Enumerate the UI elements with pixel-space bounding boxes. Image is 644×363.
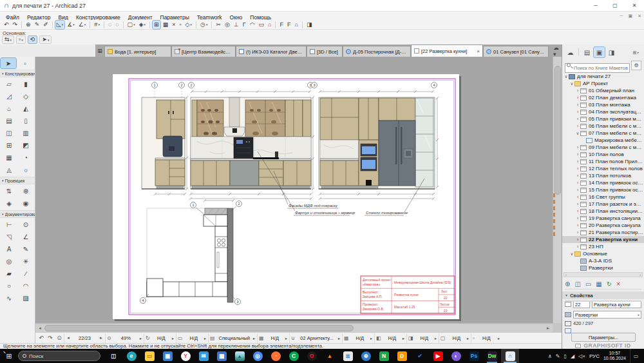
tree-item-9[interactable]: ∨07 План мебели с маркировкой. xyxy=(562,130,644,137)
tab-4[interactable]: [3D / Все] xyxy=(307,46,343,57)
tree-scroll-left-icon[interactable]: ‹ xyxy=(565,273,567,277)
expander-icon[interactable]: › xyxy=(575,159,580,164)
layer-combination-control[interactable]: ▦Н/Д▸ xyxy=(257,333,289,343)
tree-item-13[interactable]: ›11 План полов Приложение 1. xyxy=(562,158,644,165)
minimize-button[interactable]: ─ xyxy=(586,0,605,11)
tab-2[interactable]: [Центр Взаимодействия] xyxy=(171,46,236,57)
project-map-button[interactable]: ▤ xyxy=(582,47,592,57)
arc-tool[interactable]: ◠ xyxy=(17,280,34,292)
inject-parameters-button[interactable]: ✎ xyxy=(33,21,41,29)
maximize-button[interactable]: ▢ xyxy=(605,0,625,11)
tab-7[interactable]: 01 Санузел [01 Санузел] xyxy=(483,46,549,57)
expander-icon[interactable]: › xyxy=(575,195,580,199)
chevron-right-icon[interactable]: ▸ xyxy=(252,336,256,340)
expander-icon[interactable]: › xyxy=(575,173,580,178)
curtain-wall-tool[interactable]: ▥ xyxy=(17,127,34,139)
circle-tool[interactable]: ○ xyxy=(1,280,17,292)
publish-button[interactable]: ◨ xyxy=(305,21,314,29)
layout-pager-control[interactable]: ◄22/23► xyxy=(64,333,105,343)
vertical-scroll-thumb[interactable] xyxy=(554,66,561,195)
expander-icon[interactable]: › xyxy=(575,223,580,228)
taskbar-app-evernote[interactable]: N xyxy=(375,349,393,363)
expander-icon[interactable]: › xyxy=(575,181,580,185)
arrow-mode-button[interactable]: ➤▾ xyxy=(39,35,52,44)
chevron-right-icon[interactable]: ▸ xyxy=(370,336,373,340)
graphic-override-control[interactable]: ◧Н/Д▸ xyxy=(374,333,406,343)
vertical-scrollbar[interactable] xyxy=(553,57,562,323)
horizontal-scrollbar[interactable]: ◄ ► xyxy=(35,323,553,332)
virtual-trace-button[interactable]: ◌ xyxy=(114,21,120,29)
taskbar-app-documents[interactable]: ≣ xyxy=(339,349,357,363)
expander-icon[interactable]: › xyxy=(575,110,580,114)
zone-tool[interactable]: ◬ xyxy=(1,164,17,176)
taskbar-app-yandex-browser[interactable]: Y xyxy=(176,349,194,363)
start-button[interactable]: ⊞ xyxy=(0,349,18,363)
close-icon[interactable]: × xyxy=(477,48,480,54)
tree-item-3[interactable]: ›01 Обмерный план xyxy=(562,87,644,94)
taskbar-app-vlc[interactable]: ▲ xyxy=(321,349,339,363)
teamwork-cloud-button[interactable]: ☁ ▾ xyxy=(551,46,562,56)
marquee-mode-button[interactable]: ▫▾ xyxy=(16,35,26,44)
trace-reference-button[interactable]: ◌ xyxy=(107,21,113,29)
doc-restore-button[interactable]: ▣ xyxy=(629,14,633,19)
taskbar-app-internet-globe[interactable]: ⊕ xyxy=(357,349,375,363)
chevron-right-icon[interactable]: ▸ xyxy=(285,336,288,340)
expander-icon[interactable]: › xyxy=(575,237,580,242)
scroll-left-icon[interactable]: ◄ xyxy=(35,324,44,333)
taskbar-app-task-view[interactable]: ◫ xyxy=(104,349,122,363)
expander-icon[interactable]: › xyxy=(575,103,580,107)
tree-horizontal-scrollbar[interactable]: ‹ › xyxy=(564,272,643,277)
resize-button[interactable]: ▭ xyxy=(258,21,266,29)
marquee-options-button[interactable]: ▢▾ xyxy=(126,21,137,29)
tree-item-10[interactable]: Маркировка мебели (1/2) xyxy=(562,137,644,144)
layout-canvas[interactable]: 1 2 xyxy=(35,57,562,332)
tree-scroll-right-icon[interactable]: › xyxy=(639,273,641,277)
tree-item-7[interactable]: ›05 План привязки мебели xyxy=(562,115,644,123)
tree-item-28[interactable]: Развертки xyxy=(562,264,644,271)
menu-item-6[interactable]: Параметры xyxy=(156,14,193,21)
taskbar-app-edge[interactable]: e xyxy=(122,349,140,363)
zoom-tool-button[interactable]: ⊙ xyxy=(55,335,64,341)
tree-item-2[interactable]: ∨АР Проект xyxy=(562,80,644,87)
toolbox-section-header[interactable]: ▾Проекция xyxy=(0,177,35,184)
view-forward-button[interactable]: ↷ xyxy=(46,335,55,341)
layout-settings-button[interactable]: ▦ xyxy=(596,281,601,288)
tab-5[interactable]: Д-05 Постирочная [Д-05 Пост... xyxy=(343,46,411,57)
spline-tool[interactable]: ∿ xyxy=(1,292,17,304)
pick-up-parameters-button[interactable]: ⊕ xyxy=(24,21,32,29)
hotspot-tool[interactable]: ◎ xyxy=(1,255,17,268)
window-tool[interactable]: ◫ xyxy=(1,127,17,139)
close-button[interactable]: ✕ xyxy=(625,0,644,11)
walk-mode-button[interactable]: ⇆▾ xyxy=(2,35,14,44)
interior-elevation-tool[interactable]: ◈ xyxy=(1,197,17,210)
taskbar-app-photoshop[interactable]: Ps xyxy=(465,349,483,363)
update-button[interactable]: ↻ xyxy=(607,281,612,288)
layout-sheet[interactable]: 1 2 xyxy=(113,74,459,319)
radial-dimension-tool[interactable]: ∠ xyxy=(17,231,34,243)
menu-item-7[interactable]: Teamwork xyxy=(193,14,226,21)
lock-button[interactable]: ◈▾ xyxy=(138,21,147,29)
chevron-right-icon[interactable]: ▸ xyxy=(171,336,175,340)
tree-item-6[interactable]: ›04 План эксплуатации помещени xyxy=(562,108,644,115)
doc-minimize-button[interactable]: ─ xyxy=(620,14,623,19)
expander-icon[interactable]: ∨ xyxy=(569,251,574,257)
flag-check-button[interactable]: F xyxy=(278,21,285,29)
orbit-button[interactable]: ⟲ xyxy=(28,35,38,44)
taskbar-app-explorer[interactable]: ▭ xyxy=(140,349,158,363)
volume-muted-icon[interactable]: ◁× xyxy=(578,353,585,359)
door-tool[interactable]: ▯ xyxy=(17,115,34,127)
dimension-tool[interactable]: ⊢ xyxy=(1,219,17,231)
chevron-right-icon[interactable]: ▸ xyxy=(497,336,500,340)
taskbar-app-d-app[interactable]: D xyxy=(393,349,411,363)
shell-tool[interactable]: ◭ xyxy=(17,103,34,115)
expander-icon[interactable]: › xyxy=(575,145,580,150)
menu-item-4[interactable]: Конструирование xyxy=(72,14,124,21)
tree-item-14[interactable]: ›12 План теплых полов xyxy=(562,165,644,172)
camera-tool[interactable]: ◉ xyxy=(17,197,34,210)
story-control[interactable]: ▭Н/Д▸ xyxy=(176,333,208,343)
undo-button[interactable]: ↶ xyxy=(3,21,10,29)
expander-icon[interactable]: › xyxy=(575,117,580,121)
renovation-filter-control[interactable]: ◨Н/Д▸ xyxy=(406,333,439,343)
lamp-tool[interactable]: ☼ xyxy=(17,164,34,176)
expander-icon[interactable]: › xyxy=(575,95,580,100)
